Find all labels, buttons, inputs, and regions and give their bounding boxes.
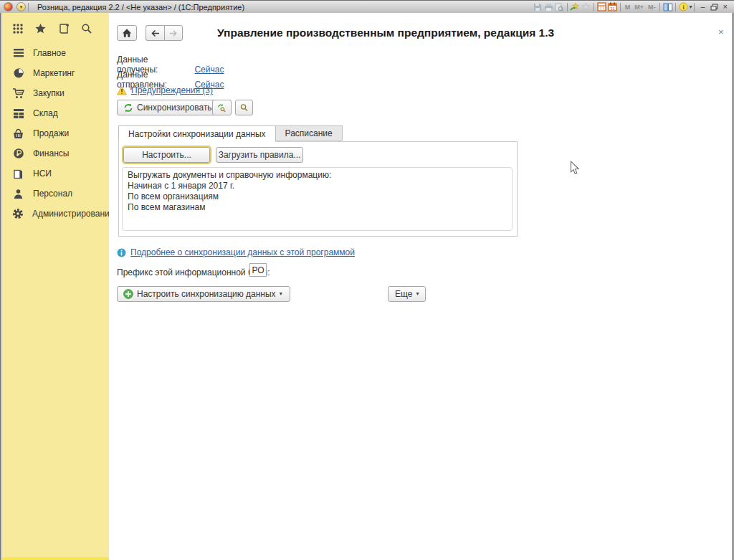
search-button[interactable]	[235, 100, 253, 115]
warning-icon	[117, 86, 127, 95]
sidebar-item-finance[interactable]: Финансы	[2, 143, 109, 163]
save-icon[interactable]	[533, 2, 543, 12]
sidebar-item-administration[interactable]: Администрирование	[2, 204, 109, 224]
cart-icon	[12, 87, 24, 100]
history-icon[interactable]	[57, 22, 70, 34]
home-icon	[122, 28, 132, 38]
sidebar-item-label: Персонал	[33, 189, 72, 199]
divider	[694, 3, 695, 11]
warnings-row: Предупреждения (3)	[117, 85, 213, 95]
divider	[620, 3, 621, 11]
forward-arrow-icon	[169, 29, 178, 37]
sidebar-item-label: Главное	[33, 48, 66, 58]
sidebar-item-nsi[interactable]: НСИ	[2, 163, 109, 184]
configure-button[interactable]: Настроить...	[123, 147, 210, 163]
sidebar-item-main[interactable]: Главное	[2, 43, 109, 63]
titlebar-toolbar: 31 M M+ M- i ▾ – ×	[533, 2, 734, 12]
memory-plus-button[interactable]: M+	[632, 4, 646, 11]
sync-details-link[interactable]: Подробнее о синхронизации данных с этой …	[130, 247, 355, 257]
info-dropdown-icon[interactable]: ▾	[689, 4, 692, 10]
details-row: Подробнее о синхронизации данных с этой …	[117, 247, 355, 257]
gear-icon	[12, 208, 24, 220]
svg-text:31: 31	[610, 6, 615, 11]
star-icon[interactable]	[34, 22, 47, 34]
pie-chart-icon	[12, 67, 24, 80]
search-icon[interactable]	[80, 22, 92, 34]
setup-sync-button-label: Настроить синхронизацию данных	[137, 289, 276, 299]
tab-sync-settings[interactable]: Настройки синхронизации данных	[118, 125, 276, 142]
sidebar-item-label: Склад	[33, 108, 58, 118]
split-window-icon[interactable]	[662, 2, 673, 12]
memory-minus-button[interactable]: M-	[646, 4, 658, 11]
tab-label: Настройки синхронизации данных	[128, 129, 266, 139]
sidebar-item-sales[interactable]: Продажи	[2, 123, 109, 143]
main-content: Управление производственным предприятием…	[109, 13, 732, 560]
tab-schedule[interactable]: Расписание	[276, 125, 343, 141]
sidebar-item-marketing[interactable]: Маркетинг	[2, 63, 109, 83]
synchronize-button[interactable]: Синхронизировать	[117, 100, 221, 115]
divider	[28, 3, 29, 11]
apps-grid-icon[interactable]	[11, 22, 24, 34]
divider	[567, 3, 568, 11]
boxes-icon	[12, 108, 24, 120]
chevron-down-icon[interactable]: ▾	[16, 2, 26, 11]
window-title: Розница, редакция 2.2 / <Не указан> / (1…	[37, 3, 244, 11]
star-icon[interactable]	[581, 2, 591, 12]
configure-button-focus-ring: Настроить...	[122, 146, 211, 164]
info-icon	[117, 248, 126, 257]
sidebar-item-label: Финансы	[33, 148, 69, 158]
print-preview-icon[interactable]	[554, 2, 565, 12]
forward-button[interactable]	[164, 25, 183, 41]
synchronize-button-label: Синхронизировать	[137, 103, 212, 113]
settings-line: Начиная с 1 января 2017 г.	[128, 181, 507, 191]
sync-settings-description[interactable]: Выгружать документы и справочную информа…	[122, 167, 513, 231]
prefix-label: Префикс этой информационной базы:	[117, 267, 270, 277]
books-icon	[12, 168, 24, 180]
sidebar-item-label: Закупки	[33, 88, 65, 98]
info-icon[interactable]: i	[678, 2, 689, 12]
minimize-button[interactable]: –	[697, 3, 708, 11]
divider	[594, 3, 594, 11]
calendar-icon[interactable]: 31	[607, 2, 618, 12]
prefix-input[interactable]	[249, 263, 267, 277]
sidebar-item-label: НСИ	[33, 169, 52, 179]
more-button-label: Еще	[395, 289, 412, 299]
sidebar-item-label: Продажи	[33, 128, 69, 138]
history-nav-group	[146, 25, 183, 41]
warnings-link[interactable]: Предупреждения (3)	[131, 85, 213, 95]
home-button[interactable]	[117, 25, 137, 41]
add-favorite-icon[interactable]	[570, 2, 581, 12]
person-icon	[12, 188, 24, 200]
print-icon[interactable]	[543, 2, 554, 12]
1c-logo-icon[interactable]	[4, 2, 13, 11]
sidebar: Главное Маркетинг Закупки Склад Продажи	[2, 13, 109, 560]
settings-line: По всем магазинам	[128, 202, 507, 213]
sidebar-item-warehouse[interactable]: Склад	[2, 103, 109, 123]
calculator-icon[interactable]	[596, 2, 607, 12]
tab-strip: Настройки синхронизации данных Расписани…	[118, 125, 343, 142]
ruble-coin-icon	[12, 148, 24, 160]
sync-scenario-button[interactable]	[212, 100, 232, 115]
settings-line: По всем организациям	[128, 191, 507, 202]
settings-line: Выгружать документы и справочную информа…	[128, 170, 507, 181]
sidebar-item-purchases[interactable]: Закупки	[2, 83, 109, 103]
setup-sync-button[interactable]: Настроить синхронизацию данных ▾	[117, 286, 290, 302]
restore-button[interactable]	[709, 2, 720, 12]
chevron-down-icon: ▾	[416, 291, 419, 297]
plus-icon	[123, 289, 133, 299]
memory-recall-button[interactable]: M	[623, 4, 633, 11]
back-arrow-icon	[151, 29, 160, 37]
load-rules-button[interactable]: Загрузить правила...	[216, 147, 303, 163]
configure-button-label: Настроить...	[142, 150, 191, 160]
divider	[659, 3, 660, 11]
sync-settings-panel: Настроить... Загрузить правила... Выгруж…	[118, 141, 518, 237]
titlebar: ▾ Розница, редакция 2.2 / <Не указан> / …	[0, 0, 734, 13]
back-button[interactable]	[146, 25, 164, 41]
sidebar-item-personnel[interactable]: Персонал	[2, 184, 109, 204]
app-window: ▾ Розница, редакция 2.2 / <Не указан> / …	[0, 0, 734, 560]
sync-icon	[123, 103, 133, 113]
more-button[interactable]: Еще ▾	[388, 286, 426, 302]
search-icon	[240, 103, 248, 112]
form-close-icon[interactable]: ×	[718, 27, 724, 37]
close-button[interactable]: ×	[720, 3, 731, 11]
